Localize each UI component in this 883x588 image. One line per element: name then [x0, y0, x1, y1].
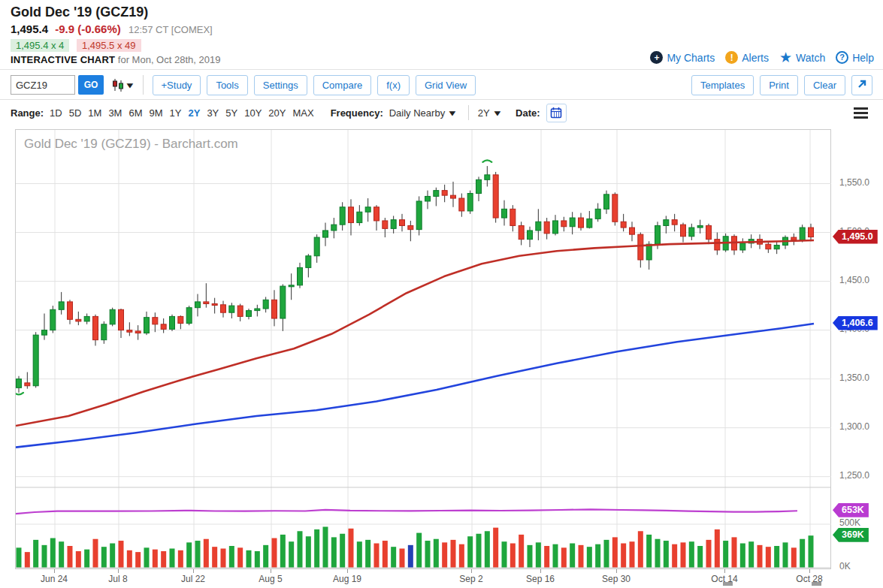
quote-header: Gold Dec '19 (GCZ19) 1,495.4 -9.9 (-0.66…	[0, 0, 883, 70]
bid-badge: 1,495.4 x 4	[11, 39, 69, 52]
diagonal-arrow-icon	[857, 80, 866, 89]
frequency-value: Daily Nearby	[389, 107, 445, 119]
time-axis-label: Aug 19	[323, 574, 371, 584]
price-row: 1,495.4 -9.9 (-0.66%) 12:57 CT [COMEX]	[11, 23, 213, 35]
chevron-down-icon: ▾	[449, 108, 455, 118]
watch-label: Watch	[796, 52, 825, 64]
time-axis-label: Sep 30	[592, 574, 640, 584]
date-label: Date:	[516, 107, 540, 119]
time-axis-tick	[540, 569, 541, 573]
range-max[interactable]: MAX	[292, 107, 313, 119]
time-axis-tick	[471, 569, 472, 573]
clear-button[interactable]: Clear	[804, 75, 845, 95]
alerts-label: Alerts	[742, 52, 769, 64]
add-study-button[interactable]: +Study	[153, 75, 201, 95]
axis-value-badge: 369K	[833, 528, 869, 542]
watch-link[interactable]: ★ Watch	[779, 51, 825, 64]
time-axis-label: Sep 2	[447, 574, 495, 584]
range-10y[interactable]: 10Y	[244, 107, 262, 119]
alerts-link[interactable]: ! Alerts	[725, 51, 769, 64]
time-axis-tick	[54, 569, 55, 573]
plus-circle-icon: +	[650, 51, 663, 64]
range-20y[interactable]: 20Y	[268, 107, 286, 119]
calendar-icon	[550, 107, 562, 119]
chevron-down-icon: ▾	[127, 80, 133, 90]
range-1m[interactable]: 1M	[88, 107, 101, 119]
price-axis: 1,550.01,500.01,450.01,400.01,350.01,300…	[833, 129, 883, 580]
header-links: + My Charts ! Alerts ★ Watch ? Help	[650, 51, 874, 64]
range-6m[interactable]: 6M	[129, 107, 142, 119]
print-button[interactable]: Print	[760, 75, 798, 95]
candlestick-icon	[111, 78, 125, 92]
range-items: 1D 5D 1M 3M 6M 9M 1Y 2Y 3Y 5Y 10Y 20Y MA…	[50, 107, 314, 119]
chart-toolbar: GO ▾ +Study Tools Settings Compare f(x) …	[0, 71, 883, 100]
price-axis-label: 1,300.0	[839, 421, 869, 432]
star-icon: ★	[779, 51, 792, 64]
go-button[interactable]: GO	[78, 75, 104, 95]
period-value: 2Y	[478, 107, 490, 119]
question-icon: ?	[836, 51, 848, 64]
time-axis-label: Oct 28	[785, 574, 833, 584]
symbol-input[interactable]	[11, 75, 75, 95]
range-9m[interactable]: 9M	[150, 107, 163, 119]
price-axis-label: 1,450.0	[839, 275, 869, 285]
axis-value-badge: 1,406.6	[833, 316, 878, 330]
my-charts-link[interactable]: + My Charts	[650, 51, 715, 64]
time-axis-tick	[347, 569, 348, 573]
axis-value-badge: 653K	[833, 503, 869, 517]
interactive-chart-label: INTERACTIVE CHART	[11, 54, 115, 65]
range-bar: Range: 1D 5D 1M 3M 6M 9M 1Y 2Y 3Y 5Y 10Y…	[0, 101, 883, 125]
period-dropdown[interactable]: 2Y ▾	[478, 107, 499, 119]
price-axis-label: 1,350.0	[839, 372, 869, 383]
time-axis-tick	[271, 569, 271, 573]
fx-button[interactable]: f(x)	[377, 75, 410, 95]
time-axis-label: Jul 8	[94, 574, 142, 584]
compare-button[interactable]: Compare	[313, 75, 371, 95]
time-axis-label: Aug 5	[246, 574, 295, 584]
time-axis-label: Sep 16	[516, 574, 564, 584]
candlestick-chart-canvas[interactable]	[16, 130, 831, 569]
grid-view-button[interactable]: Grid View	[416, 75, 476, 95]
chart-plot-area[interactable]: Gold Dec '19 (GCZ19) - Barchart.com	[15, 129, 831, 569]
range-3y[interactable]: 3Y	[207, 107, 219, 119]
volume-axis-label: 0K	[839, 561, 851, 571]
volume-axis-label: 500K	[839, 517, 860, 528]
time-axis: Jun 24Jul 8Jul 22Aug 5Aug 19Sep 2Sep 16S…	[15, 569, 831, 587]
range-1d[interactable]: 1D	[50, 107, 62, 119]
range-1y[interactable]: 1Y	[170, 107, 182, 119]
templates-button[interactable]: Templates	[691, 75, 754, 95]
range-label: Range:	[11, 107, 44, 119]
time-axis-label: Jun 24	[30, 574, 78, 584]
ask-badge: 1,495.5 x 49	[77, 39, 141, 52]
alert-icon: !	[725, 51, 738, 64]
price-axis-label: 1,250.0	[839, 470, 869, 481]
chevron-down-icon: ▾	[494, 108, 500, 118]
axis-value-badge: 1,495.0	[833, 230, 878, 244]
calendar-button[interactable]	[546, 104, 567, 122]
price-axis-label: 1,550.0	[839, 177, 869, 188]
range-3m[interactable]: 3M	[108, 107, 122, 119]
menu-icon[interactable]	[854, 107, 868, 119]
expand-button[interactable]	[851, 75, 872, 95]
bid-ask-row: 1,495.4 x 4 1,495.5 x 49	[11, 39, 146, 52]
frequency-dropdown[interactable]: Daily Nearby ▾	[389, 107, 455, 119]
range-5d[interactable]: 5D	[69, 107, 82, 119]
last-price: 1,495.4	[11, 23, 48, 35]
quote-time: 12:57 CT [COMEX]	[129, 24, 213, 35]
range-5y[interactable]: 5Y	[225, 107, 237, 119]
settings-button[interactable]: Settings	[254, 75, 307, 95]
range-2y-selected[interactable]: 2Y	[188, 107, 200, 119]
my-charts-label: My Charts	[667, 52, 715, 64]
time-axis-tick	[118, 569, 119, 573]
scroll-indicator[interactable]	[812, 582, 821, 586]
price-change: -9.9 (-0.66%)	[55, 23, 121, 35]
time-axis-label: Jul 22	[169, 574, 217, 584]
time-axis-tick	[616, 569, 617, 573]
time-axis-tick	[809, 569, 810, 573]
time-axis-tick	[724, 569, 725, 573]
scroll-indicator[interactable]	[723, 582, 733, 586]
toolbar-divider	[143, 75, 144, 95]
chart-type-button[interactable]: ▾	[110, 78, 134, 92]
help-link[interactable]: ? Help	[836, 51, 874, 64]
tools-button[interactable]: Tools	[207, 75, 247, 95]
